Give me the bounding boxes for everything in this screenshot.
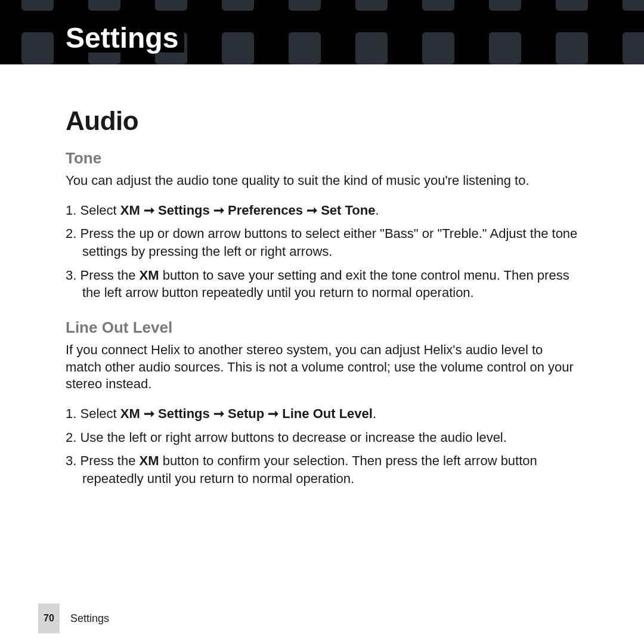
page-number: 70 (38, 603, 60, 633)
page-header: Settings (0, 0, 644, 64)
tone-intro: You can adjust the audio tone quality to… (66, 172, 578, 190)
page-footer: 70 Settings (38, 603, 109, 633)
lineout-step-3-prefix: Press the (80, 453, 139, 468)
lineout-step-3: Press the XM button to confirm your sele… (66, 452, 578, 487)
tone-step-1-prefix: Select (80, 203, 120, 218)
tone-step-2: Press the up or down arrow buttons to se… (66, 225, 578, 260)
page-content: Audio Tone You can adjust the audio tone… (0, 64, 644, 488)
lineout-step-1-suffix: . (373, 406, 376, 421)
lineout-step-3-bold: XM (140, 453, 159, 468)
subsection-heading-tone: Tone (66, 149, 578, 168)
tone-step-1: Select XM ➞ Settings ➞ Preferences ➞ Set… (66, 202, 578, 219)
header-decoration-top (0, 0, 644, 11)
tone-step-1-bold: XM ➞ Settings ➞ Preferences ➞ Set Tone (120, 203, 376, 218)
lineout-step-2: Use the left or right arrow buttons to d… (66, 429, 578, 447)
lineout-intro: If you connect Helix to another stereo s… (66, 342, 578, 393)
tone-step-3-bold: XM (140, 268, 159, 283)
lineout-step-1-prefix: Select (80, 406, 120, 421)
section-heading-audio: Audio (66, 106, 578, 136)
lineout-step-1: Select XM ➞ Settings ➞ Setup ➞ Line Out … (66, 405, 578, 423)
tone-step-3-prefix: Press the (80, 268, 139, 283)
tone-steps: Select XM ➞ Settings ➞ Preferences ➞ Set… (66, 202, 578, 302)
footer-section-label: Settings (70, 612, 109, 625)
lineout-step-1-bold: XM ➞ Settings ➞ Setup ➞ Line Out Level (120, 406, 373, 421)
lineout-steps: Select XM ➞ Settings ➞ Setup ➞ Line Out … (66, 405, 578, 488)
page-title: Settings (66, 24, 184, 52)
subsection-heading-lineout: Line Out Level (66, 318, 578, 337)
tone-step-3: Press the XM button to save your setting… (66, 267, 578, 302)
tone-step-1-suffix: . (375, 203, 379, 218)
